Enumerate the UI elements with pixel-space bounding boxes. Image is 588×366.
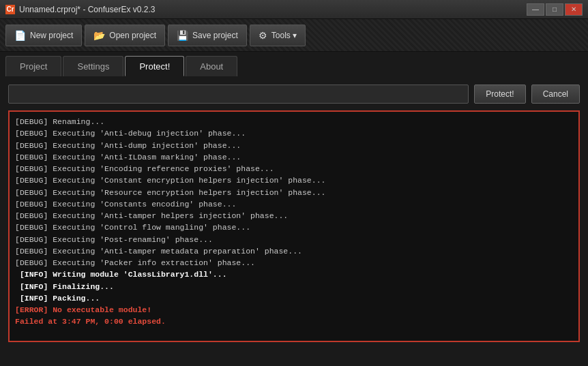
tools-button[interactable]: ⚙ Tools ▾: [250, 25, 306, 46]
log-line: Failed at 3:47 PM, 0:00 elapsed.: [15, 316, 573, 327]
new-project-button[interactable]: 📄 New project: [5, 25, 82, 46]
progress-row: Protect! Cancel: [8, 85, 580, 104]
tab-settings[interactable]: Settings: [63, 56, 123, 76]
log-line: [DEBUG] Executing 'Encoding reference pr…: [15, 163, 573, 174]
titlebar-controls: — □ ✕: [527, 3, 583, 16]
tab-about[interactable]: About: [186, 56, 237, 76]
log-line: [ERROR] No executable module!: [15, 304, 573, 316]
save-project-button[interactable]: 💾 Save project: [168, 25, 247, 46]
log-line: [DEBUG] Executing 'Control flow mangling…: [15, 222, 573, 233]
progress-bar-container: [8, 85, 469, 104]
close-button[interactable]: ✕: [565, 3, 583, 16]
log-line: [DEBUG] Executing 'Post-renaming' phase.…: [15, 234, 573, 245]
open-project-button[interactable]: 📂 Open project: [85, 25, 165, 46]
tab-project[interactable]: Project: [5, 56, 61, 76]
minimize-button[interactable]: —: [527, 3, 544, 16]
window-title: Unnamed.crproj* - ConfuserEx v0.2.3: [19, 5, 155, 14]
log-output[interactable]: [DEBUG] Renaming...[DEBUG] Executing 'An…: [8, 110, 580, 342]
tab-bar: Project Settings Protect! About: [0, 52, 588, 76]
cancel-button[interactable]: Cancel: [531, 85, 580, 104]
log-line: [DEBUG] Executing 'Resource encryption h…: [15, 187, 573, 198]
tab-protect[interactable]: Protect!: [125, 56, 184, 76]
new-project-icon: 📄: [14, 30, 26, 41]
log-line: [DEBUG] Executing 'Anti-debug injection'…: [15, 127, 573, 139]
log-line: [DEBUG] Executing 'Constants encoding' p…: [15, 198, 573, 210]
open-project-icon: 📂: [93, 30, 105, 41]
log-line: [DEBUG] Renaming...: [15, 116, 573, 127]
log-line: [INFO] Writing module 'ClassLibrary1.dll…: [15, 269, 573, 280]
main-content: Protect! Cancel [DEBUG] Renaming...[DEBU…: [0, 76, 588, 350]
tools-icon: ⚙: [259, 30, 267, 41]
toolbar: 📄 New project 📂 Open project 💾 Save proj…: [0, 19, 588, 52]
log-line: [INFO] Finalizing...: [15, 281, 573, 292]
log-line: [DEBUG] Executing 'Anti-ILDasm marking' …: [15, 151, 573, 163]
protect-button[interactable]: Protect!: [474, 85, 525, 104]
log-line: [DEBUG] Executing 'Constant encryption h…: [15, 174, 573, 186]
log-line: [DEBUG] Executing 'Anti-tamper helpers i…: [15, 210, 573, 222]
app-icon: Cr: [5, 5, 15, 14]
save-project-icon: 💾: [177, 30, 188, 41]
log-line: [INFO] Packing...: [15, 292, 573, 304]
maximize-button[interactable]: □: [546, 3, 563, 16]
titlebar-left: Cr Unnamed.crproj* - ConfuserEx v0.2.3: [5, 5, 155, 14]
log-line: [DEBUG] Executing 'Anti-dump injection' …: [15, 140, 573, 151]
log-line: [DEBUG] Executing 'Anti-tamper metadata …: [15, 245, 573, 257]
log-line: [DEBUG] Executing 'Packer info extractio…: [15, 257, 573, 269]
titlebar: Cr Unnamed.crproj* - ConfuserEx v0.2.3 —…: [0, 0, 588, 19]
